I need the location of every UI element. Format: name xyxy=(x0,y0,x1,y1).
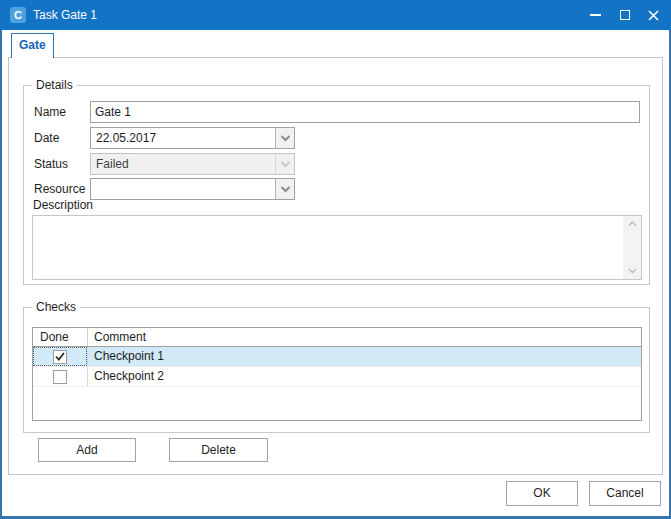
column-header-comment[interactable]: Comment xyxy=(88,328,641,346)
ok-button[interactable]: OK xyxy=(506,481,578,506)
add-button[interactable]: Add xyxy=(38,438,136,462)
chevron-down-icon xyxy=(280,161,291,168)
description-input[interactable] xyxy=(33,216,623,279)
table-row[interactable]: Checkpoint 1 xyxy=(33,347,641,367)
comment-cell: Checkpoint 1 xyxy=(88,347,641,366)
status-combobox[interactable]: Failed xyxy=(90,153,295,175)
done-cell xyxy=(33,367,88,386)
resource-label: Resource xyxy=(34,178,85,200)
details-group-legend: Details xyxy=(32,78,77,93)
resource-combobox[interactable] xyxy=(90,178,295,200)
delete-button[interactable]: Delete xyxy=(169,438,268,462)
details-group: Details Name Date 22.05.2017 Status Fail… xyxy=(23,85,650,285)
done-cell xyxy=(33,347,88,366)
window-controls xyxy=(581,0,668,30)
minimize-icon xyxy=(590,14,601,16)
checks-table: Done Comment Checkpoint 1 xyxy=(32,327,642,421)
done-checkbox[interactable] xyxy=(53,370,67,384)
description-scrollbar[interactable] xyxy=(623,216,641,279)
maximize-icon xyxy=(620,10,630,20)
status-dropdown-button xyxy=(275,154,294,174)
scroll-up-button[interactable] xyxy=(623,216,641,232)
minimize-button[interactable] xyxy=(581,0,610,30)
chevron-up-icon xyxy=(628,221,637,227)
tab-gate[interactable]: Gate xyxy=(11,33,54,58)
window-border xyxy=(0,30,2,519)
close-icon xyxy=(648,10,659,21)
date-combobox[interactable]: 22.05.2017 xyxy=(90,127,295,149)
maximize-button[interactable] xyxy=(610,0,639,30)
date-value: 22.05.2017 xyxy=(96,128,272,148)
description-label: Description xyxy=(33,198,93,213)
chevron-down-icon xyxy=(280,186,291,193)
date-label: Date xyxy=(34,127,59,149)
checks-group-legend: Checks xyxy=(32,300,80,315)
close-button[interactable] xyxy=(639,0,668,30)
status-label: Status xyxy=(34,153,68,175)
dialog-task-gate: C Task Gate 1 Gate Details Name xyxy=(0,0,671,519)
comment-cell: Checkpoint 2 xyxy=(88,367,641,386)
resource-dropdown-button[interactable] xyxy=(275,179,294,199)
table-row[interactable]: Checkpoint 2 xyxy=(33,367,641,387)
description-field xyxy=(32,215,642,280)
checks-table-header: Done Comment xyxy=(33,328,641,347)
column-header-done[interactable]: Done xyxy=(33,328,88,346)
done-checkbox[interactable] xyxy=(53,350,67,364)
title-bar: C Task Gate 1 xyxy=(0,0,671,30)
app-icon: C xyxy=(10,7,26,23)
cancel-button[interactable]: Cancel xyxy=(589,481,661,506)
date-dropdown-button[interactable] xyxy=(275,128,294,148)
name-label: Name xyxy=(34,101,66,123)
chevron-down-icon xyxy=(280,135,291,142)
name-input[interactable] xyxy=(90,101,640,123)
checks-group: Checks Done Comment Checkpoint 1 xyxy=(23,307,650,433)
status-value: Failed xyxy=(96,154,272,174)
checkmark-icon xyxy=(55,352,65,361)
window-title: Task Gate 1 xyxy=(33,0,97,30)
scroll-down-button[interactable] xyxy=(623,263,641,279)
chevron-down-icon xyxy=(628,268,637,274)
dialog-footer: OK Cancel xyxy=(2,475,669,516)
tab-panel: Details Name Date 22.05.2017 Status Fail… xyxy=(8,57,663,475)
